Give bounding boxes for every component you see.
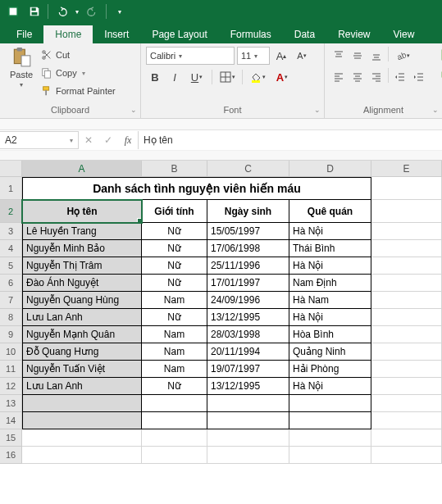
cell[interactable] (371, 429, 442, 447)
cell-name[interactable]: Lưu Lan Anh (22, 309, 142, 326)
row-header[interactable]: 9 (0, 326, 22, 343)
row-header[interactable]: 2 (0, 200, 22, 223)
cell-dob[interactable]: 13/12/1995 (207, 378, 289, 395)
cell-dob[interactable]: 17/01/1997 (207, 275, 289, 292)
cell[interactable] (371, 309, 442, 326)
cell[interactable] (371, 200, 442, 223)
cell-gender[interactable]: Nữ (142, 240, 207, 257)
increase-font-button[interactable]: A▴ (272, 47, 290, 65)
cell[interactable] (207, 412, 289, 429)
cell-dob[interactable]: 15/05/1997 (207, 223, 289, 240)
cell[interactable] (371, 177, 442, 200)
font-color-button[interactable]: A▾ (271, 68, 294, 86)
tab-file[interactable]: File (5, 25, 43, 43)
font-name-combo[interactable]: Calibri▾ (146, 47, 235, 65)
row-header[interactable]: 7 (0, 292, 22, 309)
cell[interactable] (207, 447, 289, 464)
cell-name[interactable]: Đào Ánh Nguyệt (22, 275, 142, 292)
cell-gender[interactable]: Nam (142, 343, 207, 361)
cell[interactable] (371, 412, 442, 429)
tab-insert[interactable]: Insert (93, 25, 140, 43)
cell[interactable] (22, 447, 142, 464)
tab-review[interactable]: Review (326, 25, 381, 43)
orientation-button[interactable]: ab▾ (391, 47, 414, 65)
insert-function-button[interactable]: fx (118, 131, 138, 149)
spreadsheet-grid[interactable]: A B C D E 1 Danh sách tình nguyện viên h… (0, 161, 442, 464)
cell-gender[interactable]: Nữ (142, 309, 207, 326)
cell-hometown[interactable]: Nam Định (289, 275, 371, 292)
cell[interactable] (371, 240, 442, 257)
row-header[interactable]: 1 (0, 177, 22, 200)
cell[interactable] (142, 395, 207, 412)
cell-hometown[interactable]: Hải Phòng (289, 361, 371, 378)
decrease-indent-button[interactable] (391, 68, 409, 86)
cell-hometown[interactable]: Hòa Bình (289, 326, 371, 343)
header-name-cell[interactable]: Họ tên (22, 200, 142, 223)
row-header[interactable]: 15 (0, 429, 22, 447)
row-header[interactable]: 14 (0, 412, 22, 429)
tab-view[interactable]: View (382, 25, 426, 43)
row-header[interactable]: 16 (0, 447, 22, 464)
column-header-a[interactable]: A (22, 161, 142, 176)
tab-page-layout[interactable]: Page Layout (140, 25, 218, 43)
align-left-button[interactable] (330, 68, 348, 86)
cell-gender[interactable]: Nam (142, 361, 207, 378)
underline-button[interactable]: U▾ (185, 68, 208, 86)
align-bottom-button[interactable] (367, 47, 385, 65)
cell-dob[interactable]: 17/06/1998 (207, 240, 289, 257)
enter-formula-button[interactable]: ✓ (98, 131, 118, 149)
cell-dob[interactable]: 25/11/1996 (207, 257, 289, 275)
cell-hometown[interactable]: Thái Bình (289, 240, 371, 257)
cell-name[interactable]: Nguyễn Tuấn Việt (22, 361, 142, 378)
cell[interactable] (371, 275, 442, 292)
header-dob-cell[interactable]: Ngày sinh (207, 200, 289, 223)
cell-name[interactable]: Nguyễn Quang Hùng (22, 292, 142, 309)
header-hometown-cell[interactable]: Quê quán (289, 200, 371, 223)
title-cell[interactable]: Danh sách tình nguyện viên hiến máu (22, 177, 371, 200)
cell-name[interactable]: Lưu Lan Anh (22, 378, 142, 395)
cell-hometown[interactable]: Hà Nội (289, 223, 371, 240)
header-gender-cell[interactable]: Giới tính (142, 200, 207, 223)
cell[interactable] (289, 429, 371, 447)
cell-name[interactable]: Đỗ Quang Hưng (22, 343, 142, 361)
column-header-d[interactable]: D (289, 161, 371, 176)
increase-indent-button[interactable] (410, 68, 428, 86)
cell[interactable] (289, 395, 371, 412)
cut-button[interactable]: Cut (41, 47, 116, 63)
cell[interactable] (142, 412, 207, 429)
cell-gender[interactable]: Nam (142, 292, 207, 309)
excel-app-icon[interactable] (3, 2, 23, 21)
cell-hometown[interactable]: Hà Nam (289, 292, 371, 309)
cell-dob[interactable]: 28/03/1998 (207, 326, 289, 343)
row-header[interactable]: 12 (0, 378, 22, 395)
cell-gender[interactable]: Nữ (142, 378, 207, 395)
formula-input[interactable]: Họ tên (139, 131, 442, 149)
cell[interactable] (371, 378, 442, 395)
cell-hometown[interactable]: Hà Nội (289, 257, 371, 275)
name-box[interactable]: A2▾ (0, 131, 79, 149)
row-header[interactable]: 10 (0, 343, 22, 361)
cell-dob[interactable]: 13/12/1995 (207, 309, 289, 326)
font-size-combo[interactable]: 11▾ (237, 47, 270, 65)
cell[interactable] (371, 343, 442, 361)
cell[interactable] (289, 447, 371, 464)
cell-gender[interactable]: Nam (142, 326, 207, 343)
cell[interactable] (142, 429, 207, 447)
italic-button[interactable]: I (166, 68, 184, 86)
align-center-button[interactable] (349, 68, 367, 86)
cell-hometown[interactable]: Hà Nội (289, 309, 371, 326)
align-right-button[interactable] (367, 68, 385, 86)
cell-gender[interactable]: Nữ (142, 275, 207, 292)
qat-customize-dropdown[interactable]: ▾ (110, 2, 130, 21)
paste-button[interactable]: Paste ▾ (5, 45, 38, 104)
decrease-font-button[interactable]: A▾ (293, 47, 311, 65)
cell-dob[interactable]: 20/11/1994 (207, 343, 289, 361)
align-top-button[interactable] (330, 47, 348, 65)
undo-dropdown[interactable]: ▾ (73, 2, 81, 21)
align-middle-button[interactable] (349, 47, 367, 65)
cell[interactable] (22, 395, 142, 412)
cell[interactable] (207, 429, 289, 447)
format-painter-button[interactable]: Format Painter (41, 83, 116, 99)
cell[interactable] (289, 412, 371, 429)
cell-name[interactable]: Nguyễn Thị Trâm (22, 257, 142, 275)
